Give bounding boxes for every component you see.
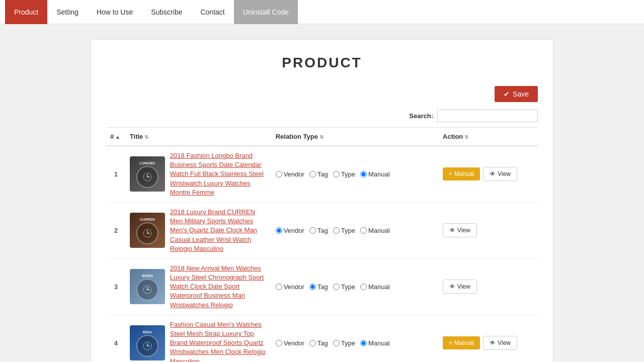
radio-label-vendor: Vendor: [284, 227, 304, 234]
radio-option-vendor[interactable]: Vendor: [276, 170, 304, 178]
radio-option-vendor[interactable]: Vendor: [276, 339, 304, 347]
radio-label-manual: Manual: [368, 283, 390, 291]
radio-option-tag[interactable]: Tag: [309, 339, 328, 347]
product-image: BIDEN: [130, 269, 165, 304]
product-image: LONGBO: [130, 156, 165, 192]
search-label: Search:: [409, 112, 433, 120]
main-content: PRODUCT ✔ Save Search: # Title Relation …: [91, 39, 553, 362]
col-header-title[interactable]: Title: [126, 128, 272, 146]
radio-type[interactable]: [333, 340, 340, 346]
radio-vendor[interactable]: [276, 171, 282, 177]
radio-manual[interactable]: [360, 284, 367, 290]
table-header-row: # Title Relation Type Action: [106, 128, 538, 146]
action-buttons: 👁 View: [443, 223, 534, 237]
row-relation-type-cell: VendorTagTypeManual: [272, 315, 439, 362]
relation-type-radio-group: VendorTagTypeManual: [276, 339, 435, 347]
row-action-cell: 👁 View: [439, 202, 538, 258]
radio-label-manual: Manual: [368, 227, 390, 234]
radio-option-vendor[interactable]: Vendor: [276, 283, 304, 291]
top-navigation: Product Setting How to Use Subscribe Con…: [0, 0, 644, 24]
product-title-link[interactable]: Fashion Casual Men's Watches Steel Mesh …: [170, 320, 268, 362]
product-title-link[interactable]: 2018 Luxury Brand CURREN Men Military Sp…: [170, 208, 268, 253]
radio-option-manual[interactable]: Manual: [360, 170, 390, 178]
manual-button[interactable]: + Manual: [443, 167, 480, 180]
action-buttons: 👁 View: [443, 280, 534, 294]
radio-label-vendor: Vendor: [284, 283, 304, 291]
radio-manual[interactable]: [360, 171, 367, 177]
view-button[interactable]: 👁 View: [443, 280, 477, 294]
nav-item-product[interactable]: Product: [5, 0, 47, 24]
radio-option-type[interactable]: Type: [333, 339, 355, 347]
product-image: BiDin: [130, 325, 165, 360]
radio-option-vendor[interactable]: Vendor: [276, 227, 304, 234]
radio-tag[interactable]: [309, 340, 316, 346]
radio-tag[interactable]: [309, 227, 316, 234]
view-button[interactable]: 👁 View: [443, 223, 477, 237]
radio-option-type[interactable]: Type: [333, 227, 355, 234]
page-title: PRODUCT: [106, 55, 538, 71]
radio-option-manual[interactable]: Manual: [360, 339, 390, 347]
row-title-cell: LONGBO 2018 Fashion Longbo Brand Busines…: [126, 146, 272, 202]
eye-icon: 👁: [449, 227, 455, 234]
radio-vendor[interactable]: [276, 227, 282, 234]
toolbar: ✔ Save: [106, 86, 538, 102]
radio-label-tag: Tag: [317, 283, 328, 291]
relation-type-radio-group: VendorTagTypeManual: [276, 227, 435, 234]
radio-label-vendor: Vendor: [284, 339, 304, 347]
radio-label-type: Type: [341, 339, 355, 347]
save-button[interactable]: ✔ Save: [495, 86, 538, 102]
radio-option-tag[interactable]: Tag: [309, 283, 328, 291]
radio-vendor[interactable]: [276, 340, 282, 346]
product-image: CURREN: [130, 213, 165, 248]
nav-item-subscribe[interactable]: Subscribe: [142, 0, 191, 24]
table-row: 1 LONGBO 2018 Fashion Longbo Brand Busin…: [106, 146, 538, 202]
radio-type[interactable]: [333, 171, 340, 177]
save-check-icon: ✔: [504, 90, 510, 98]
plus-icon: +: [449, 339, 452, 346]
row-index: 1: [106, 146, 126, 202]
radio-label-type: Type: [341, 227, 355, 234]
radio-label-vendor: Vendor: [284, 170, 304, 178]
radio-option-manual[interactable]: Manual: [360, 283, 390, 291]
radio-option-manual[interactable]: Manual: [360, 227, 390, 234]
save-label: Save: [513, 90, 529, 98]
radio-tag[interactable]: [309, 171, 316, 177]
nav-item-contact[interactable]: Contact: [191, 0, 233, 24]
relation-type-radio-group: VendorTagTypeManual: [276, 170, 435, 178]
row-title-cell: BiDin Fashion Casual Men's Watches Steel…: [126, 315, 272, 362]
col-header-hash[interactable]: #: [106, 128, 126, 146]
product-title-link[interactable]: 2018 New Arrival Men Watches Luxury Stee…: [170, 264, 268, 310]
eye-icon: 👁: [490, 339, 496, 346]
radio-vendor[interactable]: [276, 284, 282, 290]
row-action-cell: 👁 View: [439, 258, 538, 315]
nav-item-how-to-use[interactable]: How to Use: [88, 0, 142, 24]
row-title-cell: BIDEN 2018 New Arrival Men Watches Luxur…: [126, 259, 272, 315]
radio-option-tag[interactable]: Tag: [309, 227, 328, 234]
view-button[interactable]: 👁 View: [483, 167, 517, 181]
nav-item-setting[interactable]: Setting: [47, 0, 88, 24]
radio-label-tag: Tag: [317, 339, 328, 347]
nav-item-uninstall-code[interactable]: Uninstall Code: [234, 0, 298, 24]
row-index: 3: [106, 258, 126, 315]
radio-type[interactable]: [333, 227, 340, 234]
row-title-cell: CURREN 2018 Luxury Brand CURREN Men Mili…: [126, 203, 272, 258]
col-header-action[interactable]: Action: [439, 128, 538, 146]
radio-manual[interactable]: [360, 227, 367, 234]
radio-label-manual: Manual: [368, 339, 390, 347]
manual-button[interactable]: + Manual: [443, 336, 480, 349]
radio-option-type[interactable]: Type: [333, 283, 355, 291]
row-action-cell: + Manual👁 View: [439, 146, 538, 202]
view-button[interactable]: 👁 View: [483, 336, 517, 350]
row-index: 2: [106, 202, 126, 258]
row-relation-type-cell: VendorTagTypeManual: [272, 146, 439, 202]
radio-option-tag[interactable]: Tag: [309, 170, 328, 178]
radio-option-type[interactable]: Type: [333, 170, 355, 178]
radio-label-type: Type: [341, 170, 355, 178]
radio-tag[interactable]: [309, 284, 316, 290]
product-title-link[interactable]: 2018 Fashion Longbo Brand Business Sport…: [170, 151, 268, 197]
col-header-relation-type[interactable]: Relation Type: [272, 128, 439, 146]
search-row: Search:: [106, 110, 538, 122]
radio-type[interactable]: [333, 284, 340, 290]
radio-manual[interactable]: [360, 340, 367, 346]
search-input[interactable]: [437, 110, 538, 122]
